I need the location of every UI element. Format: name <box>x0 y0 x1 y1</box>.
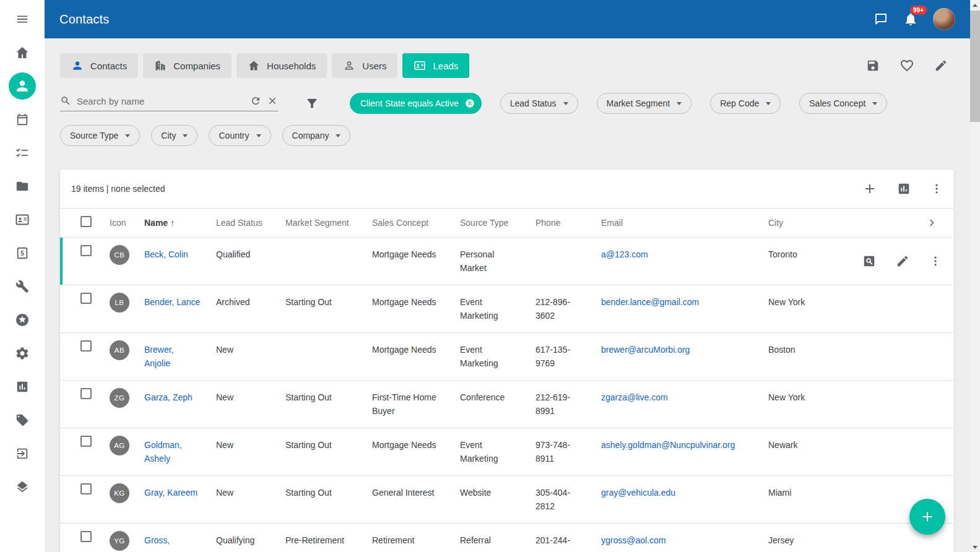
column-lead-status[interactable]: Lead Status <box>216 218 285 228</box>
filter-country[interactable]: Country <box>209 125 271 146</box>
save-icon[interactable] <box>866 59 880 72</box>
city-cell: New York <box>768 285 849 317</box>
table-row[interactable]: ZG Garza, Zeph New Starting Out First-Ti… <box>60 381 954 428</box>
contact-name-link[interactable]: Beck, Colin <box>144 249 188 259</box>
tab-users[interactable]: Users <box>332 53 397 78</box>
contact-name-link[interactable]: Bender, Lance <box>144 297 200 307</box>
row-checkbox[interactable] <box>80 340 92 351</box>
phone-cell: 212-896-3602 <box>536 285 601 331</box>
calendar-icon[interactable] <box>15 112 30 127</box>
chip-close-icon[interactable] <box>464 98 475 109</box>
table-row[interactable]: YG Gross, Qualifying Pre-Retirement Reti… <box>60 524 954 552</box>
scroll-up-icon[interactable] <box>970 0 980 10</box>
tab-households[interactable]: Households <box>236 53 327 78</box>
favorite-heart-icon[interactable] <box>900 58 914 73</box>
email-link[interactable]: bender.lance@gmail.com <box>601 297 699 307</box>
email-link[interactable]: a@123.com <box>601 249 648 259</box>
contact-name-link[interactable]: Gray, Kareem <box>144 488 197 498</box>
refresh-icon[interactable] <box>250 95 261 106</box>
column-name[interactable]: Name↑ <box>144 218 216 228</box>
policies-5-icon[interactable]: 5 <box>15 246 30 261</box>
column-market-segment[interactable]: Market Segment <box>285 218 372 228</box>
row-checkbox[interactable] <box>80 483 92 494</box>
tab-companies[interactable]: Companies <box>143 53 232 78</box>
filter-source-type[interactable]: Source Type <box>60 125 140 146</box>
row-checkbox[interactable] <box>80 245 92 256</box>
column-icon[interactable]: Icon <box>110 218 144 228</box>
contact-name-link[interactable]: Gross, <box>144 535 170 545</box>
email-link[interactable]: ashely.goldman@Nuncpulvinar.org <box>601 440 735 450</box>
vertical-scrollbar[interactable] <box>970 0 980 552</box>
column-city[interactable]: City <box>768 218 849 228</box>
chevron-down-icon <box>872 102 877 105</box>
scrollbar-thumb[interactable] <box>970 11 980 122</box>
email-link[interactable]: gray@vehicula.edu <box>601 488 675 498</box>
more-vert-icon[interactable] <box>929 255 942 267</box>
chat-icon[interactable] <box>874 12 888 27</box>
company-icon <box>154 59 167 72</box>
market-segment-cell <box>285 238 372 256</box>
chart-icon[interactable] <box>897 182 911 196</box>
edit-pencil-icon[interactable] <box>934 59 948 72</box>
contact-name-link[interactable]: Brewer, Anjolie <box>144 345 173 368</box>
chip-label: Country <box>219 131 249 140</box>
tasks-icon[interactable] <box>15 145 30 160</box>
phone-cell <box>536 238 601 256</box>
column-email[interactable]: Email <box>601 218 768 228</box>
add-icon[interactable] <box>862 181 877 196</box>
email-link[interactable]: brewer@arcuMorbi.org <box>601 345 690 355</box>
search-input[interactable] <box>77 96 245 106</box>
table-row[interactable]: AG Goldman, Ashely New Starting Out Mort… <box>60 428 954 476</box>
tab-leads[interactable]: Leads <box>402 53 469 78</box>
chip-label: Source Type <box>70 131 118 140</box>
tab-contacts[interactable]: Contacts <box>60 53 138 78</box>
contact-avatar: YG <box>110 531 129 551</box>
contact-name-link[interactable]: Garza, Zeph <box>144 392 193 402</box>
filter-market-segment[interactable]: Market Segment <box>597 93 692 114</box>
user-avatar[interactable] <box>933 8 955 30</box>
column-sales-concept[interactable]: Sales Concept <box>372 218 460 228</box>
menu-icon[interactable] <box>15 12 30 27</box>
settings-gear-icon[interactable] <box>15 346 30 361</box>
active-filter-chip[interactable]: Client State equals Active <box>350 93 482 114</box>
filter-lead-status[interactable]: Lead Status <box>500 93 578 114</box>
home-icon[interactable] <box>15 45 30 60</box>
tools-icon[interactable] <box>15 279 30 294</box>
edit-pencil-icon[interactable] <box>896 254 909 268</box>
row-checkbox[interactable] <box>80 293 92 304</box>
reports-chart-icon[interactable] <box>15 379 30 394</box>
table-row[interactable]: KG Gray, Kareem New Starting Out General… <box>60 476 954 524</box>
tags-icon[interactable] <box>15 413 30 428</box>
svg-text:5: 5 <box>20 250 24 257</box>
exit-icon[interactable] <box>15 446 30 461</box>
column-source-type[interactable]: Source Type <box>460 218 536 228</box>
more-vert-icon[interactable] <box>930 183 943 195</box>
notifications-bell-icon[interactable]: 99+ <box>903 12 918 27</box>
email-link[interactable]: ygross@aol.com <box>601 535 666 545</box>
email-link[interactable]: zgarza@live.com <box>601 392 668 402</box>
contact-name-link[interactable]: Goldman, Ashely <box>144 440 182 464</box>
filter-sales-concept[interactable]: Sales Concept <box>799 93 887 114</box>
filter-city[interactable]: City <box>151 125 197 146</box>
add-contact-fab[interactable] <box>909 499 945 535</box>
scroll-down-icon[interactable] <box>970 542 980 552</box>
clear-icon[interactable] <box>267 95 278 106</box>
row-checkbox[interactable] <box>80 531 92 542</box>
favorites-icon[interactable] <box>15 313 30 327</box>
filter-rep-code[interactable]: Rep Code <box>710 93 781 114</box>
preview-icon[interactable] <box>862 254 876 268</box>
table-row[interactable]: AB Brewer, Anjolie New Mortgage Needs Ev… <box>60 333 954 381</box>
chevron-right-icon[interactable] <box>926 217 954 229</box>
select-all-checkbox[interactable] <box>80 216 92 227</box>
filter-funnel-icon[interactable] <box>305 97 319 110</box>
table-row[interactable]: CB Beck, Colin Qualified Mortgage Needs … <box>60 238 954 285</box>
filter-company[interactable]: Company <box>282 125 351 146</box>
column-phone[interactable]: Phone <box>536 218 601 228</box>
table-row[interactable]: LB Bender, Lance Archived Starting Out M… <box>60 285 954 333</box>
row-checkbox[interactable] <box>80 388 92 399</box>
layers-icon[interactable] <box>15 480 30 494</box>
sidebar-item-contacts[interactable] <box>9 72 36 100</box>
contact-card-icon[interactable] <box>15 212 30 227</box>
folder-icon[interactable] <box>15 179 30 194</box>
row-checkbox[interactable] <box>80 436 92 447</box>
